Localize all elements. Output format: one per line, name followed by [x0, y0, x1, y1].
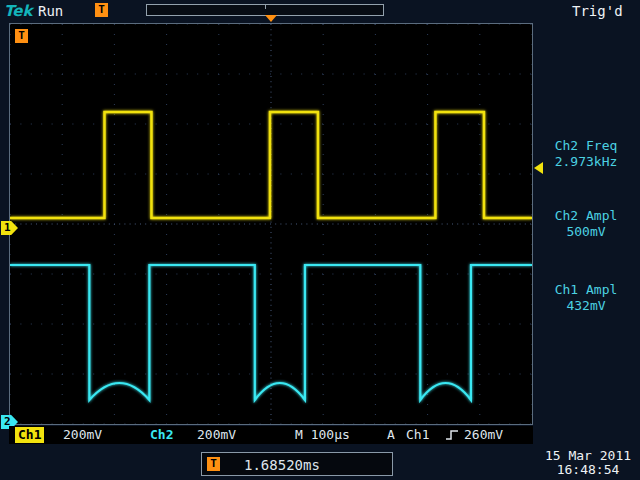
horizontal-position-value: 1.68520ms [244, 454, 320, 476]
measurement-label: Ch2 Freq [534, 138, 638, 154]
trigger-status: Trig'd [572, 3, 623, 19]
time-label: 16:48:54 [540, 463, 636, 477]
trigger-t-icon: T [207, 457, 220, 471]
rising-edge-icon [445, 428, 459, 447]
measurement-label: Ch1 Ampl [534, 282, 638, 298]
tek-logo: Tek [4, 2, 32, 20]
ch1-scale-value: 200mV [63, 426, 102, 444]
waveform-display [10, 24, 532, 424]
ch2-scale-label: Ch2 [150, 426, 173, 444]
trigger-t-indicator: T [15, 29, 28, 43]
status-bar: Ch1 200mV Ch2 200mV M 100µs A Ch1 260mV [9, 426, 533, 444]
trigger-level-value: 260mV [464, 426, 503, 444]
ch2-trace [10, 265, 532, 400]
measurement-value: 500mV [534, 224, 638, 240]
datetime: 15 Mar 2011 16:48:54 [540, 449, 636, 477]
trigger-position-arrow-icon [265, 15, 277, 22]
record-center-tick [265, 5, 266, 9]
ch2-scale-value: 200mV [197, 426, 236, 444]
measurement-ch2-ampl: Ch2 Ampl 500mV [534, 208, 638, 240]
horizontal-position-readout: T 1.68520ms [201, 452, 393, 476]
oscilloscope-screen: Tek Run T Trig'd T 1 2 Ch2 Freq 2.973kHz… [0, 0, 640, 480]
measurement-label: Ch2 Ampl [534, 208, 638, 224]
timebase-readout: M 100µs [295, 426, 350, 444]
trigger-mode: A [387, 426, 395, 444]
trigger-marker-icon: T [95, 3, 108, 17]
measurement-ch2-freq: Ch2 Freq 2.973kHz [534, 138, 638, 170]
trigger-source: Ch1 [406, 426, 429, 444]
measurement-value: 2.973kHz [534, 154, 638, 170]
graticule: T [9, 23, 533, 425]
acquisition-status: Run [38, 3, 63, 19]
measurement-value: 432mV [534, 298, 638, 314]
measurement-ch1-ampl: Ch1 Ampl 432mV [534, 282, 638, 314]
ch1-trace [10, 112, 532, 218]
date-label: 15 Mar 2011 [540, 449, 636, 463]
ch1-scale-badge: Ch1 [15, 427, 44, 443]
